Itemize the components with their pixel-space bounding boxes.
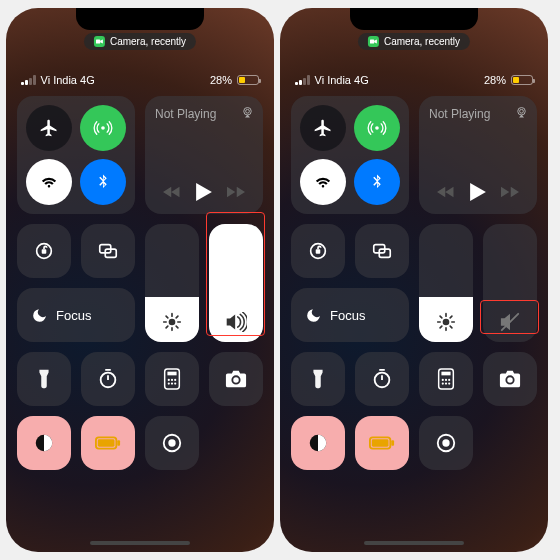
connectivity-panel[interactable] xyxy=(17,96,135,214)
battery-icon xyxy=(511,75,533,85)
svg-point-2 xyxy=(243,107,251,115)
play-button[interactable] xyxy=(196,183,212,201)
focus-label: Focus xyxy=(56,308,91,323)
home-bar[interactable] xyxy=(364,541,464,545)
cellular-toggle[interactable] xyxy=(354,105,400,151)
svg-point-37 xyxy=(445,379,447,381)
home-bar[interactable] xyxy=(90,541,190,545)
signal-icon xyxy=(21,75,36,85)
calculator-button[interactable] xyxy=(419,352,473,406)
svg-rect-21 xyxy=(117,440,120,446)
screen-record-button[interactable] xyxy=(419,416,473,470)
airplay-icon[interactable] xyxy=(239,104,255,120)
airplane-toggle[interactable] xyxy=(300,105,346,151)
svg-point-26 xyxy=(517,107,525,115)
carrier-label: Vi India 4G xyxy=(315,74,369,86)
svg-point-40 xyxy=(445,382,447,384)
privacy-pill[interactable]: Camera, recently xyxy=(358,33,470,50)
brightness-icon xyxy=(436,312,456,332)
svg-point-41 xyxy=(448,382,450,384)
play-button[interactable] xyxy=(470,183,486,201)
battery-percent: 28% xyxy=(484,74,506,86)
rewind-button[interactable] xyxy=(437,185,455,199)
svg-point-1 xyxy=(101,126,105,130)
svg-rect-0 xyxy=(96,39,100,43)
svg-point-17 xyxy=(174,382,176,384)
camera-icon xyxy=(94,36,105,47)
brightness-icon xyxy=(162,312,182,332)
wifi-toggle[interactable] xyxy=(300,159,346,205)
status-bar: Vi India 4G 28% xyxy=(291,74,537,86)
connectivity-panel[interactable] xyxy=(291,96,409,214)
media-panel[interactable]: Not Playing xyxy=(145,96,263,214)
svg-rect-45 xyxy=(391,440,394,446)
bluetooth-toggle[interactable] xyxy=(80,159,126,205)
phone-screen: Camera, recently Vi India 4G 28% xyxy=(6,8,274,552)
svg-point-16 xyxy=(171,382,173,384)
svg-rect-5 xyxy=(42,249,47,254)
low-power-button[interactable] xyxy=(355,416,409,470)
svg-point-3 xyxy=(245,109,249,113)
battery-percent: 28% xyxy=(210,74,232,86)
svg-point-15 xyxy=(168,382,170,384)
phone-screen: Camera, recently Vi India 4G 28% xyxy=(280,8,548,552)
dark-mode-button[interactable] xyxy=(17,416,71,470)
focus-button[interactable]: Focus xyxy=(17,288,135,342)
svg-rect-24 xyxy=(370,39,374,43)
svg-rect-29 xyxy=(316,249,321,254)
signal-icon xyxy=(295,75,310,85)
focus-button[interactable]: Focus xyxy=(291,288,409,342)
screen-record-button[interactable] xyxy=(145,416,199,470)
calculator-button[interactable] xyxy=(145,352,199,406)
privacy-pill-label: Camera, recently xyxy=(110,36,186,47)
media-panel[interactable]: Not Playing xyxy=(419,96,537,214)
carrier-label: Vi India 4G xyxy=(41,74,95,86)
battery-icon xyxy=(237,75,259,85)
volume-mute-icon xyxy=(499,312,521,332)
low-power-button[interactable] xyxy=(81,416,135,470)
cellular-toggle[interactable] xyxy=(80,105,126,151)
svg-rect-11 xyxy=(167,372,176,376)
timer-button[interactable] xyxy=(81,352,135,406)
forward-button[interactable] xyxy=(501,185,519,199)
svg-point-12 xyxy=(168,379,170,381)
notch xyxy=(76,8,204,30)
svg-point-27 xyxy=(519,109,523,113)
bluetooth-toggle[interactable] xyxy=(354,159,400,205)
svg-point-38 xyxy=(448,379,450,381)
status-bar: Vi India 4G 28% xyxy=(17,74,263,86)
volume-icon xyxy=(225,312,247,332)
svg-point-25 xyxy=(375,126,379,130)
camera-button[interactable] xyxy=(209,352,263,406)
camera-button[interactable] xyxy=(483,352,537,406)
forward-button[interactable] xyxy=(227,185,245,199)
svg-point-47 xyxy=(442,439,449,446)
wifi-toggle[interactable] xyxy=(26,159,72,205)
svg-rect-35 xyxy=(441,372,450,376)
airplane-toggle[interactable] xyxy=(26,105,72,151)
dark-mode-button[interactable] xyxy=(291,416,345,470)
moon-icon xyxy=(31,307,48,324)
svg-point-13 xyxy=(171,379,173,381)
svg-point-23 xyxy=(168,439,175,446)
rotation-lock-button[interactable] xyxy=(17,224,71,278)
rewind-button[interactable] xyxy=(163,185,181,199)
rotation-lock-button[interactable] xyxy=(291,224,345,278)
svg-point-9 xyxy=(101,373,116,388)
screen-mirror-button[interactable] xyxy=(355,224,409,278)
camera-icon xyxy=(368,36,379,47)
svg-point-36 xyxy=(442,379,444,381)
svg-point-32 xyxy=(443,319,450,326)
brightness-slider[interactable] xyxy=(145,224,199,342)
airplay-icon[interactable] xyxy=(513,104,529,120)
svg-rect-20 xyxy=(98,439,115,446)
flashlight-button[interactable] xyxy=(291,352,345,406)
screen-mirror-button[interactable] xyxy=(81,224,135,278)
moon-icon xyxy=(305,307,322,324)
brightness-slider[interactable] xyxy=(419,224,473,342)
svg-point-14 xyxy=(174,379,176,381)
privacy-pill-label: Camera, recently xyxy=(384,36,460,47)
privacy-pill[interactable]: Camera, recently xyxy=(84,33,196,50)
timer-button[interactable] xyxy=(355,352,409,406)
flashlight-button[interactable] xyxy=(17,352,71,406)
